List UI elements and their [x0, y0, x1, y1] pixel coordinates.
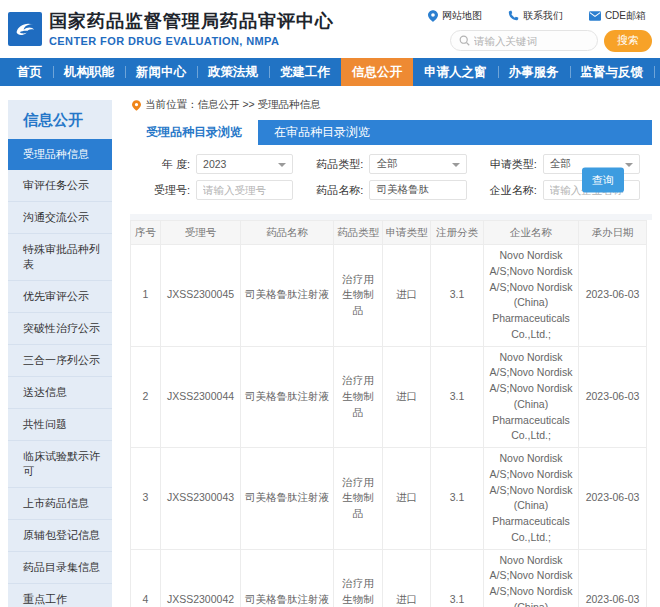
- mail-icon: [589, 11, 601, 21]
- drug-name-field: [369, 180, 466, 200]
- sidebar-item[interactable]: 特殊审批品种列表: [8, 234, 112, 281]
- tab-bar: 受理品种目录浏览 在审品种目录浏览: [130, 120, 652, 145]
- cell-apply-type: 进口: [383, 346, 431, 448]
- sitemap-link[interactable]: 网站地图: [428, 9, 482, 23]
- cell-apply-type: 进口: [383, 245, 431, 347]
- sidebar-item[interactable]: 三合一序列公示: [8, 345, 112, 377]
- cell-acceptance-no: JXSS2300043: [161, 448, 241, 550]
- cell-drug-name: 司美格鲁肽注射液: [241, 448, 334, 550]
- cell-apply-type: 进口: [383, 549, 431, 607]
- sidebar-item[interactable]: 送达信息: [8, 377, 112, 409]
- header-right: 网站地图 联系我们 CDE邮箱 搜索: [428, 7, 652, 52]
- nav-item[interactable]: 首页: [6, 58, 53, 86]
- nav-item[interactable]: 信息公开: [341, 58, 413, 86]
- acceptance-no-input[interactable]: [203, 184, 286, 196]
- cell-acceptance-no: JXSS2300045: [161, 245, 241, 347]
- nav-item[interactable]: 办事服务: [498, 58, 570, 86]
- drug-type-select[interactable]: 全部: [369, 154, 466, 174]
- cell-reg-class: 3.1: [431, 346, 484, 448]
- table-column-header: 药品类型: [334, 221, 383, 245]
- sitemap-label: 网站地图: [442, 9, 482, 23]
- page: 国家药品监督管理局药品审评中心 CENTER FOR DRUG EVALUATI…: [0, 0, 660, 607]
- query-button[interactable]: 查询: [582, 167, 624, 192]
- brand-text: 国家药品监督管理局药品审评中心 CENTER FOR DRUG EVALUATI…: [49, 11, 334, 47]
- sidebar-item[interactable]: 受理品种信息: [8, 139, 112, 170]
- cell-date: 2023-06-03: [579, 448, 647, 550]
- table-row[interactable]: 2 JXSS2300044 司美格鲁肽注射液 治疗用生物制品 进口 3.1 No…: [131, 346, 647, 448]
- cell-apply-type: 进口: [383, 448, 431, 550]
- sidebar-title: 信息公开: [8, 100, 112, 139]
- nav-item[interactable]: 新闻中心: [125, 58, 197, 86]
- sidebar-item[interactable]: 突破性治疗公示: [8, 313, 112, 345]
- sidebar-item[interactable]: 优先审评公示: [8, 281, 112, 313]
- utility-links: 网站地图 联系我们 CDE邮箱: [428, 9, 646, 23]
- table-row[interactable]: 3 JXSS2300043 司美格鲁肽注射液 治疗用生物制品 进口 3.1 No…: [131, 448, 647, 550]
- cell-reg-class: 3.1: [431, 245, 484, 347]
- sidebar-item[interactable]: 共性问题: [8, 409, 112, 441]
- cde-mail-link[interactable]: CDE邮箱: [589, 9, 646, 23]
- table-row[interactable]: 4 JXSS2300042 司美格鲁肽注射液 治疗用生物制品 进口 3.1 No…: [131, 549, 647, 607]
- sidebar-item[interactable]: 药品目录集信息: [8, 552, 112, 584]
- cell-reg-class: 3.1: [431, 549, 484, 607]
- drug-type-value: 全部: [376, 157, 397, 171]
- cell-company: Novo Nordisk A/S;Novo Nordisk A/S;Novo N…: [484, 245, 579, 347]
- nav-item[interactable]: 监督与反馈: [570, 58, 655, 86]
- main-nav: 首页 机构职能 新闻中心 政策法规 党建工作 信息公开 申请人之窗 办事服务 监…: [0, 58, 660, 86]
- tab-under-review-catalog[interactable]: 在审品种目录浏览: [258, 120, 386, 145]
- table-column-header: 承办日期: [579, 221, 647, 245]
- chevron-down-icon: [452, 163, 460, 167]
- search-input[interactable]: [474, 35, 589, 47]
- tab-accepted-catalog[interactable]: 受理品种目录浏览: [130, 120, 258, 145]
- site-header: 国家药品监督管理局药品审评中心 CENTER FOR DRUG EVALUATI…: [0, 0, 660, 58]
- breadcrumb: 当前位置：信息公开 >> 受理品种信息: [130, 86, 652, 120]
- chevron-down-icon: [625, 163, 633, 167]
- cell-drug-type: 治疗用生物制品: [334, 245, 383, 347]
- table-column-header: 企业名称: [484, 221, 579, 245]
- table-body: 1 JXSS2300045 司美格鲁肽注射液 治疗用生物制品 进口 3.1 No…: [131, 245, 647, 607]
- sidebar-list: 受理品种信息 审评任务公示 沟通交流公示 特殊审批品种列表 优先审评公示 突破性…: [8, 139, 112, 607]
- nav-item[interactable]: 机构职能: [53, 58, 125, 86]
- nav-item[interactable]: 党建工作: [269, 58, 341, 86]
- table-column-header: 申请类型: [383, 221, 431, 245]
- site-title: 国家药品监督管理局药品审评中心: [49, 11, 334, 33]
- acceptance-no-field: [196, 180, 293, 200]
- search-box: [450, 30, 598, 51]
- contact-label: 联系我们: [523, 9, 563, 23]
- apply-type-label: 申请类型:: [479, 157, 537, 172]
- phone-icon: [508, 10, 519, 21]
- sidebar-item[interactable]: 审评任务公示: [8, 170, 112, 202]
- cell-seq: 2: [131, 346, 161, 448]
- nav-item[interactable]: 政策法规: [197, 58, 269, 86]
- nav-item[interactable]: 申请人之窗: [413, 58, 498, 86]
- sidebar-item[interactable]: 原辅包登记信息: [8, 520, 112, 552]
- table-column-header: 注册分类: [431, 221, 484, 245]
- table-row[interactable]: 1 JXSS2300045 司美格鲁肽注射液 治疗用生物制品 进口 3.1 No…: [131, 245, 647, 347]
- sidebar-item[interactable]: 上市药品信息: [8, 488, 112, 520]
- cell-company: Novo Nordisk A/S;Novo Nordisk A/S;Novo N…: [484, 448, 579, 550]
- breadcrumb-text: 当前位置：信息公开 >> 受理品种信息: [145, 98, 321, 112]
- table-column-header: 受理号: [161, 221, 241, 245]
- cde-mail-label: CDE邮箱: [605, 9, 646, 23]
- acceptance-no-label: 受理号:: [132, 183, 190, 198]
- year-select[interactable]: 2023: [196, 154, 293, 174]
- contact-link[interactable]: 联系我们: [508, 9, 563, 23]
- site-subtitle: CENTER FOR DRUG EVALUATION, NMPA: [49, 35, 334, 47]
- cell-date: 2023-06-03: [579, 549, 647, 607]
- sidebar-item[interactable]: 重点工作: [8, 584, 112, 607]
- sidebar-item[interactable]: 临床试验默示许可: [8, 441, 112, 488]
- cell-company: Novo Nordisk A/S;Novo Nordisk A/S;Novo N…: [484, 549, 579, 607]
- table-column-header: 序号: [131, 221, 161, 245]
- nav-item[interactable]: 登记备案平台: [654, 58, 660, 86]
- table-column-header: 药品名称: [241, 221, 334, 245]
- drug-name-input[interactable]: [376, 184, 459, 196]
- cell-acceptance-no: JXSS2300044: [161, 346, 241, 448]
- sidebar-item[interactable]: 沟通交流公示: [8, 202, 112, 234]
- cell-drug-name: 司美格鲁肽注射液: [241, 549, 334, 607]
- cell-drug-name: 司美格鲁肽注射液: [241, 346, 334, 448]
- search-icon: [459, 35, 470, 46]
- filter-row-2: 受理号: 药品名称: 企业名称:: [132, 180, 652, 200]
- cell-drug-name: 司美格鲁肽注射液: [241, 245, 334, 347]
- cell-drug-type: 治疗用生物制品: [334, 448, 383, 550]
- search-button[interactable]: 搜索: [604, 30, 652, 52]
- sidebar: 信息公开 受理品种信息 审评任务公示 沟通交流公示 特殊审批品种列表 优先审评公…: [8, 100, 112, 607]
